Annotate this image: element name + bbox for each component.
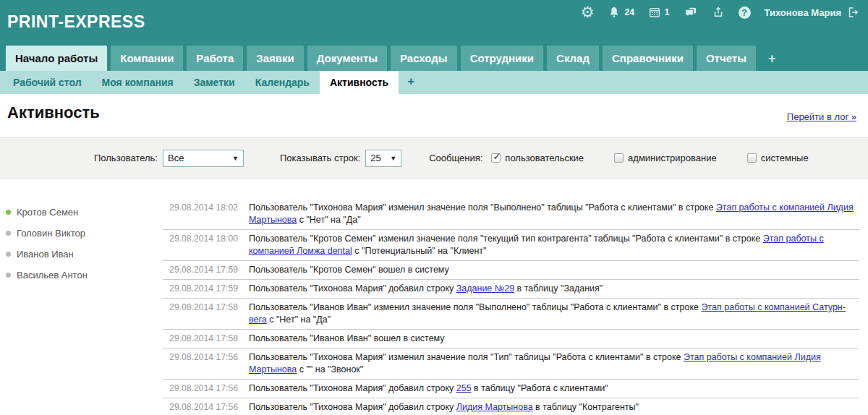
tab-requests[interactable]: Заявки bbox=[247, 46, 303, 71]
rows-per-page-select[interactable]: 25 ▼ bbox=[365, 150, 401, 167]
rows-per-page-value: 25 bbox=[370, 153, 380, 163]
log-message: Пользователь "Иванов Иван" вошел в систе… bbox=[249, 333, 445, 345]
gear-icon[interactable]: ⚙ bbox=[581, 5, 595, 20]
table-row: 29.08.2014 17:58 Пользователь "Иванов Ив… bbox=[163, 330, 859, 348]
log-message: Пользователь "Кротов Семен" вошел в сист… bbox=[249, 264, 449, 276]
table-row: 29.08.2014 17:59 Пользователь "Тихонова … bbox=[163, 280, 859, 299]
checkbox-label[interactable]: пользовательские bbox=[505, 153, 584, 163]
log-timestamp: 29.08.2014 17:59 bbox=[163, 264, 238, 276]
checkbox-user-messages[interactable]: пользовательские bbox=[491, 153, 584, 163]
tab-reports[interactable]: Отчеты bbox=[697, 46, 756, 71]
chevron-down-icon: ▼ bbox=[390, 155, 396, 162]
log-text: в таблицу "Задания" bbox=[514, 283, 603, 294]
log-text: Пользователь "Иванов Иван" вошел в систе… bbox=[249, 333, 445, 343]
tab-documents[interactable]: Документы bbox=[307, 46, 387, 71]
log-text: Пользователь "Тихонова Мария" добавил ст… bbox=[249, 283, 456, 294]
logout-icon[interactable] bbox=[846, 6, 859, 19]
messages-filter-label: Сообщения: bbox=[429, 153, 482, 163]
subtab-calendar[interactable]: Календарь bbox=[245, 71, 320, 94]
table-row: 29.08.2014 17:56 Пользователь "Тихонова … bbox=[163, 348, 859, 380]
log-message: Пользователь "Тихонова Мария" добавил ст… bbox=[249, 382, 608, 395]
log-timestamp: 29.08.2014 17:56 bbox=[163, 382, 238, 395]
help-icon[interactable]: ? bbox=[739, 7, 751, 19]
tab-companies[interactable]: Компании bbox=[111, 46, 183, 71]
notifications-bell-icon[interactable]: 24 bbox=[608, 6, 634, 19]
main-nav: Начало работы Компании Работа Заявки Док… bbox=[0, 43, 868, 71]
log-text: с "Потенциальный" на "Клиент" bbox=[352, 246, 487, 256]
checkbox-icon-unchecked[interactable] bbox=[747, 153, 757, 163]
tab-directories[interactable]: Справочники bbox=[603, 46, 693, 71]
log-text: Пользователь "Тихонова Мария" добавил ст… bbox=[249, 383, 456, 393]
table-row: 29.08.2014 17:56 Пользователь "Тихонова … bbox=[163, 380, 859, 398]
bell-icon bbox=[608, 6, 621, 19]
app-header: PRINT-EXPRESS ⚙ 24 1 bbox=[0, 0, 868, 43]
notifications-count: 24 bbox=[624, 7, 634, 17]
offline-status-icon bbox=[6, 252, 11, 257]
log-text: с "" на "Звонок" bbox=[297, 364, 363, 375]
log-timestamp: 29.08.2014 17:56 bbox=[163, 401, 238, 414]
checkbox-label[interactable]: системные bbox=[761, 153, 809, 163]
log-text: в таблицу "Контрагенты" bbox=[533, 402, 639, 412]
log-timestamp: 29.08.2014 17:58 bbox=[163, 333, 238, 345]
sidebar-user-krotov[interactable]: Кротов Семен bbox=[6, 202, 163, 223]
page-title: Активность bbox=[7, 103, 100, 122]
log-timestamp: 29.08.2014 18:00 bbox=[163, 233, 238, 257]
export-icon[interactable] bbox=[712, 6, 725, 19]
activity-log: 29.08.2014 18:02 Пользователь "Тихонова … bbox=[163, 199, 859, 415]
user-name: Тихонова Мария bbox=[765, 7, 841, 18]
tab-home[interactable]: Начало работы bbox=[6, 46, 107, 71]
table-row: 29.08.2014 17:58 Пользователь "Иванов Ив… bbox=[163, 299, 859, 330]
log-text: Пользователь "Кротов Семен" вошел в сист… bbox=[249, 265, 449, 275]
sidebar-user-ivanov[interactable]: Иванов Иван bbox=[6, 244, 163, 265]
log-message: Пользователь "Кротов Семен" изменил знач… bbox=[249, 233, 859, 257]
log-message: Пользователь "Тихонова Мария" изменил зн… bbox=[249, 202, 859, 226]
table-row: 29.08.2014 17:59 Пользователь "Кротов Се… bbox=[163, 261, 859, 280]
sidebar-user-vasiliev[interactable]: Васильев Антон bbox=[6, 265, 163, 286]
log-record-link[interactable]: Лидия Мартынова bbox=[456, 402, 533, 412]
tab-employees[interactable]: Сотрудники bbox=[461, 46, 543, 71]
subtab-notes[interactable]: Заметки bbox=[184, 71, 245, 94]
go-to-log-link[interactable]: Перейти в лог » bbox=[787, 111, 856, 122]
log-record-link[interactable]: Задание №29 bbox=[456, 283, 514, 294]
subtab-desktop[interactable]: Рабочий стол bbox=[3, 71, 92, 94]
log-text: Пользователь "Кротов Семен" изменил знач… bbox=[249, 234, 763, 244]
header-toolbar: ⚙ 24 1 bbox=[581, 5, 859, 20]
users-sidebar: Кротов Семен Головин Виктор Иванов Иван … bbox=[0, 199, 163, 415]
log-text: в таблицу "Работа с клиентами" bbox=[472, 383, 608, 393]
user-filter-value: Все bbox=[168, 153, 184, 163]
app-logo: PRINT-EXPRESS bbox=[7, 12, 145, 32]
chat-icon[interactable] bbox=[684, 6, 698, 20]
chevron-down-icon: ▼ bbox=[232, 155, 239, 162]
checkbox-icon-unchecked[interactable] bbox=[614, 153, 624, 163]
log-record-link[interactable]: 255 bbox=[456, 383, 472, 393]
log-timestamp: 29.08.2014 18:02 bbox=[163, 202, 238, 226]
add-subtab-button[interactable]: + bbox=[399, 71, 423, 94]
subtab-my-company[interactable]: Моя компания bbox=[92, 71, 184, 94]
add-tab-button[interactable]: + bbox=[760, 47, 785, 71]
checkbox-admin-messages[interactable]: администрирование bbox=[614, 153, 717, 163]
current-user[interactable]: Тихонова Мария bbox=[765, 6, 859, 19]
log-message: Пользователь "Тихонова Мария" изменил зн… bbox=[249, 351, 859, 376]
filter-bar: Пользователь: Все ▼ Показывать строк: 25… bbox=[0, 137, 868, 179]
table-row: 29.08.2014 18:00 Пользователь "Кротов Се… bbox=[163, 230, 859, 261]
checkbox-system-messages[interactable]: системные bbox=[747, 153, 809, 163]
user-list-name: Кротов Семен bbox=[17, 207, 78, 218]
sidebar-user-golovin[interactable]: Головин Виктор bbox=[6, 223, 163, 244]
checkbox-icon-checked[interactable] bbox=[491, 153, 501, 163]
tab-expenses[interactable]: Расходы bbox=[391, 46, 457, 71]
log-message: Пользователь "Тихонова Мария" добавил ст… bbox=[249, 401, 639, 414]
user-list-name: Головин Виктор bbox=[17, 228, 85, 239]
calendar-count: 1 bbox=[665, 7, 670, 17]
log-text: Пользователь "Тихонова Мария" добавил ст… bbox=[249, 402, 456, 412]
log-text: Пользователь "Тихонова Мария" изменил зн… bbox=[249, 352, 684, 362]
user-list-name: Иванов Иван bbox=[17, 249, 74, 260]
tab-warehouse[interactable]: Склад bbox=[547, 46, 599, 71]
checkbox-label[interactable]: администрирование bbox=[628, 153, 717, 163]
offline-status-icon bbox=[6, 231, 11, 236]
table-row: 29.08.2014 18:02 Пользователь "Тихонова … bbox=[163, 199, 859, 230]
subtab-activity[interactable]: Активность bbox=[320, 71, 399, 94]
user-filter-select[interactable]: Все ▼ bbox=[163, 150, 244, 167]
calendar-icon[interactable]: 1 bbox=[648, 6, 670, 19]
tab-work[interactable]: Работа bbox=[187, 46, 243, 71]
log-text: Пользователь "Тихонова Мария" изменил зн… bbox=[249, 202, 716, 213]
